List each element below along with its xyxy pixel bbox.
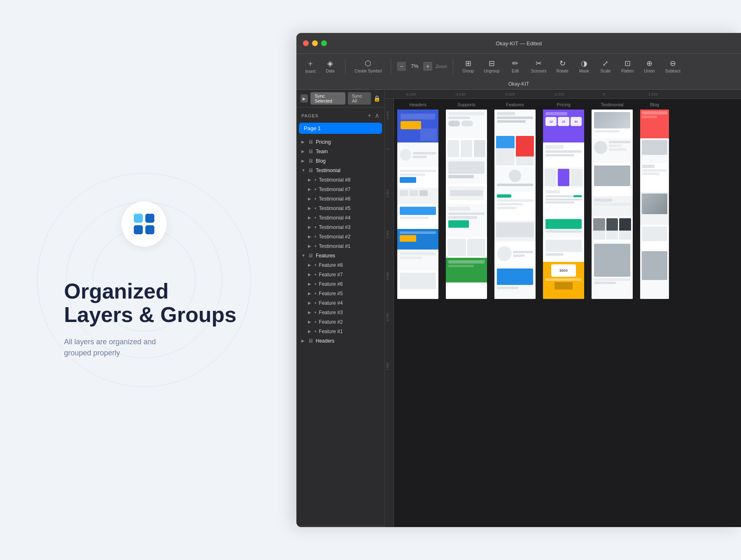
page-item-page1[interactable]: Page 1 [299,123,382,134]
collapse-pages-button[interactable]: ∧ [375,112,380,119]
layer-feature-5[interactable]: ▶ ▪ Feature #5 [296,289,384,298]
layer-testimonial-1[interactable]: ▶ ▪ Testimonial #1 [296,241,384,251]
title-bar: Okay-KIT — Edited [296,33,741,54]
scale-button[interactable]: ⤢ Scale [597,57,615,75]
sync-selected-button[interactable]: Sync Selected [310,92,345,105]
main-area: ▶ Sync Selected Sync All 🔒 PAGES + ∧ Pag… [296,90,741,527]
group-icon-f1: ▪ [315,328,317,334]
group-icon-t8: ▪ [315,177,317,183]
logo-dot-tl [134,214,143,223]
expand-t8-icon: ▶ [308,177,312,182]
rotate-button[interactable]: ↻ Rotate [553,57,571,75]
data-icon: ◈ [327,59,333,68]
layer-features[interactable]: ▼ 🖥 Features [296,251,384,260]
expand-features-icon: ▼ [301,253,305,258]
artboards-container: Headers [397,102,669,299]
group-icon-f4: ▪ [315,300,317,306]
layer-feature-4[interactable]: ▶ ▪ Feature #4 [296,298,384,308]
scale-icon: ⤢ [602,59,608,68]
layer-blog[interactable]: ▶ 🖥 Blog [296,156,384,166]
expand-f2-icon: ▶ [308,320,312,324]
layer-headers[interactable]: ▶ 🖥 Headers [296,336,384,345]
group-icon-f8: ▪ [315,262,317,268]
insert-icon: ＋ [307,58,314,68]
sync-all-button[interactable]: Sync All [348,92,371,105]
layer-testimonial-2[interactable]: ▶ ▪ Testimonial #2 [296,232,384,241]
group-icon-t5: ▪ [315,205,317,211]
pages-label: PAGES [301,113,319,118]
divider-1 [345,59,345,74]
filter-bar[interactable]: ◎ Filter [296,526,384,527]
subtract-button[interactable]: ⊖ Subtract [662,57,683,75]
flatten-icon: ⊡ [624,59,631,68]
sidebar-pages-header: PAGES + ∧ [296,107,384,122]
layer-feature-6[interactable]: ▶ ▪ Feature #6 [296,279,384,289]
sub-text: All layers are organized and grouped pro… [64,336,236,359]
edit-button[interactable]: ✏ Edit [506,57,524,75]
fullscreen-button[interactable] [321,40,327,46]
flatten-button[interactable]: ⊡ Flatten [618,57,637,75]
logo-dot-bl [134,225,143,234]
artboard-testimonial: Testimonial [592,102,633,299]
group-button[interactable]: ⊞ Group [459,57,477,75]
logo-box [121,201,167,247]
scissors-icon: ✂ [536,59,542,68]
layer-testimonial[interactable]: ▼ 🖥 Testimonial [296,166,384,175]
logo-grid [134,214,154,234]
zoom-value: 7% [408,63,421,69]
union-button[interactable]: ⊕ Union [640,57,658,75]
expand-f1-icon: ▶ [308,329,312,334]
play-button[interactable]: ▶ [301,94,308,103]
ungroup-button[interactable]: ⊟ Ungroup [480,57,503,75]
okay-kit-label: Okay-KIT [508,81,529,87]
group-icon-t6: ▪ [315,196,317,202]
expand-t1-icon: ▶ [308,244,312,248]
layer-feature-8[interactable]: ▶ ▪ Feature #8 [296,260,384,270]
mask-button[interactable]: ◑ Mask [575,57,593,75]
expand-pricing-icon: ▶ [301,140,305,144]
layer-pricing[interactable]: ▶ 🖥 Pricing [296,137,384,147]
layer-testimonial-4[interactable]: ▶ ▪ Testimonial #4 [296,213,384,222]
canvas-area[interactable]: -6.040 -4.530 -3.020 -1.510 0 1.510 -1.5… [385,90,741,527]
scissors-button[interactable]: ✂ Scissors [528,57,550,75]
expand-f8-icon: ▶ [308,263,312,267]
ruler-numbers-h: -6.040 -4.530 -3.020 -1.510 0 1.510 [385,90,741,99]
layer-feature-3[interactable]: ▶ ▪ Feature #3 [296,308,384,317]
insert-button[interactable]: ＋ Insert [301,57,319,75]
layer-feature-2[interactable]: ▶ ▪ Feature #2 [296,317,384,327]
insert-group: ＋ Insert ◈ Data [301,57,339,75]
subtract-icon: ⊖ [670,59,676,68]
group-icon-f5: ▪ [315,290,317,296]
group-icon-t3: ▪ [315,224,317,230]
layer-testimonial-5[interactable]: ▶ ▪ Testimonial #5 [296,203,384,213]
group-icon-f7: ▪ [315,271,317,278]
layer-testimonial-8[interactable]: ▶ ▪ Testimonial #8 [296,175,384,184]
group-icon-t4: ▪ [315,215,317,221]
layer-testimonial-7[interactable]: ▶ ▪ Testimonial #7 [296,184,384,194]
artboard-features: Features [494,102,536,299]
zoom-out-button[interactable]: − [397,62,406,71]
monitor-icon-headers: 🖥 [308,338,313,344]
artboard-supports: Supports [446,102,487,299]
monitor-icon-team: 🖥 [308,148,313,154]
create-symbol-button[interactable]: ⬡ Create Symbol [351,57,385,75]
close-button[interactable] [303,40,309,46]
layer-testimonial-3[interactable]: ▶ ▪ Testimonial #3 [296,222,384,232]
expand-t7-icon: ▶ [308,187,312,191]
expand-f7-icon: ▶ [308,272,312,277]
layer-list[interactable]: ▶ 🖥 Pricing ▶ 🖥 Team ▶ 🖥 Blog [296,135,384,526]
zoom-label: Zoom [436,64,447,69]
layer-feature-1[interactable]: ▶ ▪ Feature #1 [296,327,384,336]
layer-testimonial-6[interactable]: ▶ ▪ Testimonial #6 [296,194,384,203]
expand-t6-icon: ▶ [308,196,312,201]
add-page-button[interactable]: + [368,112,371,119]
ruler-vertical: -1.510 0 1.510 3.020 4.530 6.040 7.550 [385,99,394,527]
layer-team[interactable]: ▶ 🖥 Team [296,147,384,156]
data-button[interactable]: ◈ Data [321,57,339,75]
zoom-in-button[interactable]: + [423,62,432,71]
minimize-button[interactable] [312,40,318,46]
group-icon-f6: ▪ [315,281,317,287]
group-icon: ⊞ [465,59,471,68]
layer-feature-7[interactable]: ▶ ▪ Feature #7 [296,270,384,279]
artboard-blog: Blog [640,102,669,299]
